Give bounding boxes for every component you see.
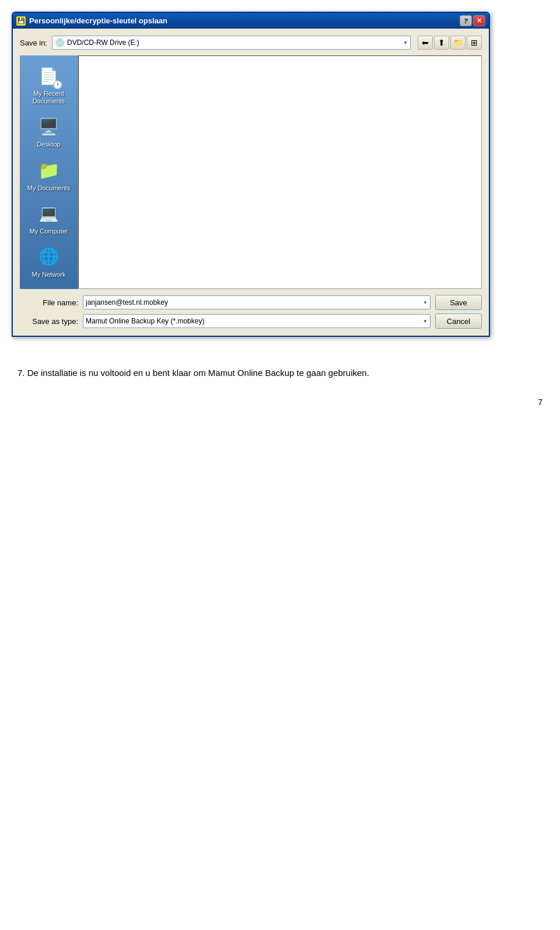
cancel-button[interactable]: Cancel	[435, 314, 482, 329]
close-button[interactable]: ✕	[473, 15, 485, 26]
my-computer-icon	[37, 201, 61, 226]
up-button[interactable]: ⬆	[434, 36, 449, 50]
page-number: 7	[12, 392, 548, 413]
dialog-titlebar: 💾 Persoonlijke/decryptie-sleutel opslaan…	[13, 13, 489, 29]
titlebar-buttons: ? ✕	[460, 15, 485, 26]
my-network-label: My Network	[32, 271, 65, 278]
sidebar-item-my-computer[interactable]: My Computer	[23, 198, 75, 239]
save-in-dropdown-arrow: ▼	[403, 40, 408, 46]
bottom-form: File name: janjansen@test.nl.mobkey ▼ Sa…	[20, 295, 482, 329]
doc-text: 7. De installatie is nu voltooid en u be…	[12, 354, 548, 392]
nav-sidebar: My RecentDocuments Desktop My Documents …	[20, 55, 78, 289]
save-in-value: DVD/CD-RW Drive (E:)	[67, 39, 401, 47]
recent-docs-label: My RecentDocuments	[33, 90, 65, 105]
dialog-body: Save in: DVD/CD-RW Drive (E:) ▼ ⬅ ⬆ 📁 ⊞	[13, 29, 489, 336]
file-name-row: File name: janjansen@test.nl.mobkey ▼ Sa…	[20, 295, 482, 310]
save-as-type-row: Save as type: Mamut Online Backup Key (*…	[20, 314, 482, 329]
my-documents-label: My Documents	[27, 184, 70, 192]
step-number: 7.	[18, 368, 25, 378]
desktop-label: Desktop	[37, 141, 60, 148]
my-computer-label: My Computer	[29, 228, 68, 235]
save-in-label: Save in:	[20, 39, 47, 47]
doc-body-text: De installatie is nu voltooid en u bent …	[27, 368, 369, 378]
help-button[interactable]: ?	[460, 15, 472, 26]
sidebar-item-my-documents[interactable]: My Documents	[23, 155, 75, 196]
save-as-type-dropdown-arrow: ▼	[423, 319, 428, 324]
save-button[interactable]: Save	[435, 295, 482, 310]
titlebar-left: 💾 Persoonlijke/decryptie-sleutel opslaan	[16, 16, 167, 26]
sidebar-item-recent-docs[interactable]: My RecentDocuments	[23, 60, 75, 109]
desktop-icon	[37, 114, 61, 139]
save-as-type-label: Save as type:	[20, 317, 78, 326]
file-name-value: janjansen@test.nl.mobkey	[86, 298, 421, 306]
dialog-title: Persoonlijke/decryptie-sleutel opslaan	[29, 16, 167, 25]
my-documents-icon	[37, 158, 61, 183]
back-button[interactable]: ⬅	[418, 36, 433, 50]
sidebar-item-my-network[interactable]: My Network	[23, 241, 75, 282]
save-in-dropdown[interactable]: DVD/CD-RW Drive (E:) ▼	[52, 36, 411, 50]
my-network-icon	[37, 245, 61, 269]
main-area: My RecentDocuments Desktop My Documents …	[20, 55, 482, 289]
dialog-icon: 💾	[16, 16, 26, 26]
file-browser[interactable]	[78, 55, 482, 289]
toolbar-buttons: ⬅ ⬆ 📁 ⊞	[418, 36, 482, 50]
sidebar-item-desktop[interactable]: Desktop	[23, 111, 75, 152]
save-in-row: Save in: DVD/CD-RW Drive (E:) ▼ ⬅ ⬆ 📁 ⊞	[20, 36, 482, 50]
save-as-type-value: Mamut Online Backup Key (*.mobkey)	[86, 317, 421, 325]
new-folder-button[interactable]: 📁	[450, 36, 466, 50]
recent-docs-icon	[37, 64, 61, 88]
save-as-type-input-wrapper[interactable]: Mamut Online Backup Key (*.mobkey) ▼	[83, 314, 430, 328]
save-dialog: 💾 Persoonlijke/decryptie-sleutel opslaan…	[12, 12, 490, 337]
dvd-icon	[55, 38, 65, 47]
file-name-label: File name:	[20, 298, 78, 307]
file-name-dropdown-arrow: ▼	[423, 300, 428, 305]
file-name-input-wrapper[interactable]: janjansen@test.nl.mobkey ▼	[83, 295, 430, 309]
view-button[interactable]: ⊞	[467, 36, 482, 50]
